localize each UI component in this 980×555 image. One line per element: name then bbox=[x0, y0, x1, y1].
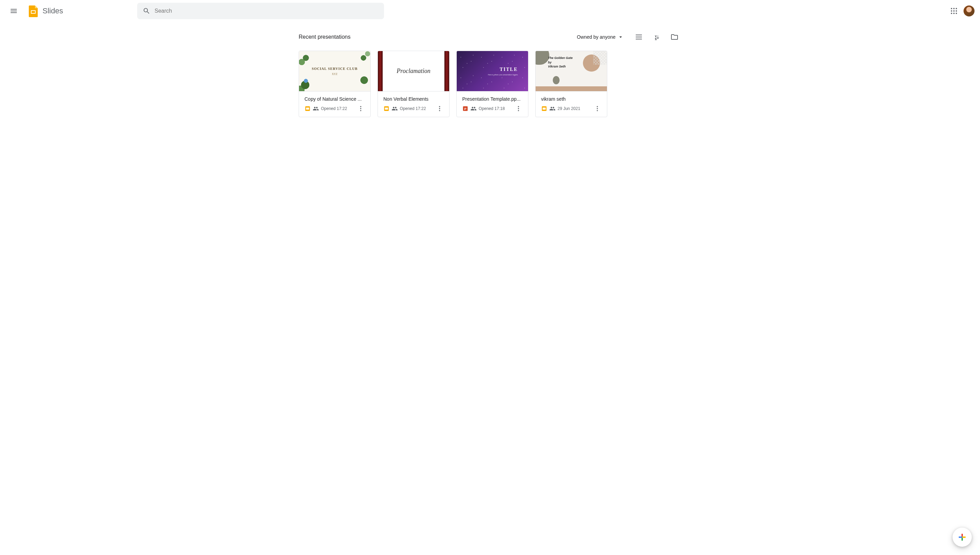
filter-label: Owned by anyone bbox=[577, 34, 615, 40]
svg-point-4 bbox=[956, 8, 957, 9]
slides-file-icon bbox=[541, 106, 547, 112]
svg-point-3 bbox=[953, 8, 954, 9]
svg-point-25 bbox=[518, 110, 519, 111]
svg-rect-27 bbox=[543, 107, 546, 110]
card-meta: Opened 17:22 bbox=[383, 104, 444, 113]
presentation-card[interactable]: Proclamation Non Verbal Elements Opened … bbox=[378, 51, 449, 117]
more-actions-button[interactable] bbox=[514, 104, 523, 113]
presentation-title: Presentation Template.pp... bbox=[462, 96, 523, 102]
meta-text: Opened 17:22 bbox=[400, 106, 426, 111]
presentation-card[interactable]: The Golden Gate by Vikram Seth vikram se… bbox=[535, 51, 607, 117]
more-vert-icon bbox=[594, 105, 601, 112]
app-name: Slides bbox=[42, 6, 63, 15]
presentation-thumbnail: SOCIAL SERVICE CLUB XYZ bbox=[299, 51, 370, 91]
svg-point-18 bbox=[439, 106, 440, 107]
search-bar[interactable] bbox=[137, 3, 384, 19]
svg-point-20 bbox=[439, 110, 440, 111]
presentation-card[interactable]: SOCIAL SERVICE CLUB XYZ Copy of Natural … bbox=[299, 51, 371, 117]
shared-icon bbox=[470, 106, 476, 112]
svg-point-10 bbox=[956, 13, 957, 14]
hamburger-icon bbox=[10, 7, 18, 15]
section-title: Recent presentations bbox=[299, 34, 351, 40]
card-meta: Opened 17:22 bbox=[304, 104, 365, 113]
powerpoint-file-icon: P bbox=[462, 106, 468, 112]
list-view-button[interactable] bbox=[632, 30, 646, 44]
svg-point-24 bbox=[518, 108, 519, 109]
card-info: Non Verbal Elements Opened 17:22 bbox=[378, 91, 449, 117]
presentations-grid: SOCIAL SERVICE CLUB XYZ Copy of Natural … bbox=[299, 51, 681, 117]
svg-point-9 bbox=[953, 13, 954, 14]
folder-icon bbox=[670, 33, 679, 41]
card-info: vikram seth 29 Jun 2021 bbox=[536, 91, 607, 117]
svg-point-8 bbox=[951, 13, 952, 14]
card-meta: P Opened 17:18 bbox=[462, 104, 523, 113]
shared-icon bbox=[313, 106, 319, 112]
card-meta: 29 Jun 2021 bbox=[541, 104, 602, 113]
shared-icon bbox=[549, 106, 555, 112]
toolbar-right: Owned by anyone bbox=[577, 30, 681, 44]
more-actions-button[interactable] bbox=[357, 104, 365, 113]
list-view-icon bbox=[635, 33, 643, 41]
sort-button[interactable] bbox=[650, 30, 663, 44]
header: Slides bbox=[0, 0, 980, 22]
card-info: Copy of Natural Science ... Opened 17:22 bbox=[299, 91, 370, 117]
thumbnail-text: Here is where your presentation begins bbox=[488, 74, 518, 76]
open-file-picker-button[interactable] bbox=[668, 30, 681, 44]
app-logo[interactable]: Slides bbox=[25, 5, 66, 17]
svg-point-28 bbox=[597, 106, 598, 107]
svg-point-5 bbox=[951, 10, 952, 12]
svg-point-7 bbox=[956, 10, 957, 12]
meta-text: Opened 17:22 bbox=[321, 106, 347, 111]
svg-point-30 bbox=[597, 110, 598, 111]
presentation-card[interactable]: TITLE Here is where your presentation be… bbox=[456, 51, 528, 117]
presentation-thumbnail: Proclamation bbox=[378, 51, 449, 91]
svg-rect-17 bbox=[385, 107, 388, 110]
slides-file-icon bbox=[383, 106, 389, 112]
card-info: Presentation Template.pp... P Opened 17:… bbox=[457, 91, 528, 117]
slides-logo-icon bbox=[27, 5, 40, 17]
sort-az-icon bbox=[653, 33, 661, 41]
header-right bbox=[947, 4, 975, 18]
apps-grid-icon bbox=[950, 7, 958, 15]
slides-file-icon bbox=[304, 106, 311, 112]
thumbnail-text: Proclamation bbox=[397, 67, 430, 75]
main-menu-button[interactable] bbox=[5, 3, 22, 19]
main-content: Recent presentations Owned by anyone bbox=[288, 22, 692, 125]
thumbnail-text: The Golden Gate by Vikram Seth bbox=[548, 56, 602, 69]
more-vert-icon bbox=[515, 105, 522, 112]
svg-point-13 bbox=[360, 106, 361, 107]
more-vert-icon bbox=[357, 105, 364, 112]
dropdown-arrow-icon bbox=[618, 34, 624, 40]
presentation-thumbnail: The Golden Gate by Vikram Seth bbox=[536, 51, 607, 91]
ownership-filter-dropdown[interactable]: Owned by anyone bbox=[577, 34, 624, 40]
svg-point-19 bbox=[439, 108, 440, 109]
presentation-title: Copy of Natural Science ... bbox=[304, 96, 365, 102]
svg-rect-1 bbox=[32, 11, 35, 13]
svg-text:P: P bbox=[464, 107, 466, 111]
svg-point-29 bbox=[597, 108, 598, 109]
presentation-title: vikram seth bbox=[541, 96, 602, 102]
svg-point-14 bbox=[360, 108, 361, 109]
thumbnail-text: SOCIAL SERVICE CLUB bbox=[312, 67, 358, 71]
svg-point-6 bbox=[953, 10, 954, 12]
toolbar: Recent presentations Owned by anyone bbox=[299, 30, 681, 44]
toolbar-icons bbox=[632, 30, 681, 44]
svg-point-2 bbox=[951, 8, 952, 9]
shared-icon bbox=[392, 106, 398, 112]
presentation-title: Non Verbal Elements bbox=[383, 96, 444, 102]
more-actions-button[interactable] bbox=[436, 104, 444, 113]
search-icon bbox=[143, 7, 151, 15]
svg-point-23 bbox=[518, 106, 519, 107]
google-apps-button[interactable] bbox=[947, 4, 961, 18]
account-avatar[interactable] bbox=[964, 5, 975, 16]
presentation-thumbnail: TITLE Here is where your presentation be… bbox=[457, 51, 528, 91]
svg-rect-12 bbox=[306, 107, 309, 110]
meta-text: Opened 17:18 bbox=[479, 106, 505, 111]
more-actions-button[interactable] bbox=[593, 104, 602, 113]
svg-point-15 bbox=[360, 110, 361, 111]
thumbnail-text: TITLE bbox=[500, 67, 518, 72]
thumbnail-text: XYZ bbox=[332, 73, 337, 76]
search-input[interactable] bbox=[154, 8, 378, 14]
meta-text: 29 Jun 2021 bbox=[558, 106, 580, 111]
more-vert-icon bbox=[436, 105, 443, 112]
